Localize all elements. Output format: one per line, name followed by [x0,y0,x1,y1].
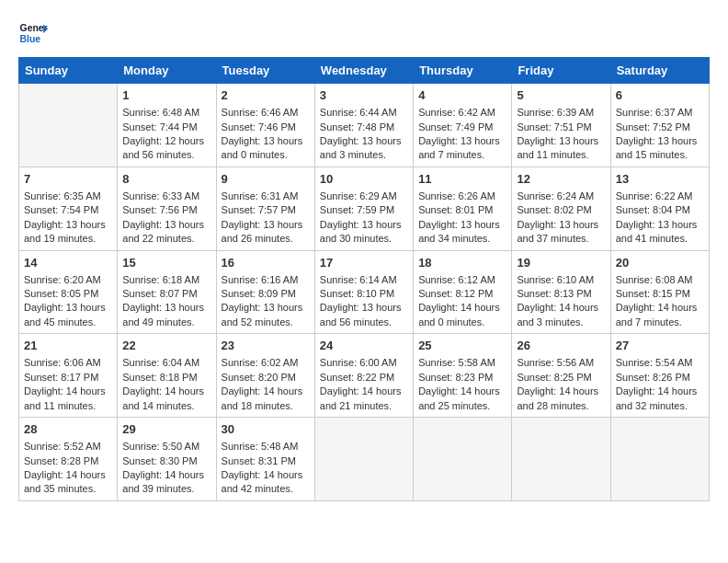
sunset-text: Sunset: 8:01 PM [418,204,493,215]
daylight-text: Daylight: 14 hours and 7 minutes. [616,302,698,327]
day-cell: 10Sunrise: 6:29 AMSunset: 7:59 PMDayligh… [314,167,413,250]
daylight-text: Daylight: 13 hours and 0 minutes. [222,135,303,160]
day-cell: 9Sunrise: 6:31 AMSunset: 7:57 PMDaylight… [216,167,314,250]
day-number: 10 [320,171,408,188]
sunrise-text: Sunrise: 5:54 AM [616,357,693,368]
day-cell: 15Sunrise: 6:18 AMSunset: 8:07 PMDayligh… [118,250,216,334]
header-day-tuesday: Tuesday [216,58,314,84]
week-row-1: 1Sunrise: 6:48 AMSunset: 7:44 PMDaylight… [19,84,710,167]
calendar-header: SundayMondayTuesdayWednesdayThursdayFrid… [19,58,710,84]
sunset-text: Sunset: 7:49 PM [418,121,493,132]
sunrise-text: Sunrise: 6:20 AM [24,274,101,285]
day-cell [610,418,709,501]
daylight-text: Daylight: 14 hours and 42 minutes. [222,469,303,494]
sunrise-text: Sunrise: 6:35 AM [24,190,101,201]
day-number: 23 [222,338,310,354]
day-cell: 17Sunrise: 6:14 AMSunset: 8:10 PMDayligh… [314,250,413,334]
day-cell: 24Sunrise: 6:00 AMSunset: 8:22 PMDayligh… [314,334,413,418]
daylight-text: Daylight: 13 hours and 11 minutes. [517,135,598,160]
daylight-text: Daylight: 14 hours and 14 minutes. [122,385,204,410]
sunset-text: Sunset: 8:18 PM [122,372,197,383]
svg-text:Blue: Blue [20,34,41,44]
daylight-text: Daylight: 12 hours and 56 minutes. [122,135,204,160]
daylight-text: Daylight: 13 hours and 34 minutes. [418,219,500,244]
sunrise-text: Sunrise: 6:29 AM [320,190,397,201]
sunrise-text: Sunrise: 6:42 AM [418,107,495,118]
sunset-text: Sunset: 7:59 PM [320,204,394,215]
day-cell [512,418,610,501]
daylight-text: Daylight: 13 hours and 45 minutes. [24,302,106,327]
sunrise-text: Sunrise: 6:22 AM [616,190,693,201]
week-row-3: 14Sunrise: 6:20 AMSunset: 8:05 PMDayligh… [19,250,710,334]
sunset-text: Sunset: 8:09 PM [222,288,296,299]
daylight-text: Daylight: 14 hours and 18 minutes. [222,385,303,410]
calendar-body: 1Sunrise: 6:48 AMSunset: 7:44 PMDaylight… [19,84,710,501]
day-cell: 20Sunrise: 6:08 AMSunset: 8:15 PMDayligh… [610,250,709,334]
logo: General Blue [18,18,48,48]
day-cell [19,84,118,167]
day-number: 17 [320,255,408,271]
sunset-text: Sunset: 8:22 PM [320,372,394,383]
day-number: 4 [418,87,506,104]
day-number: 28 [24,421,112,438]
sunset-text: Sunset: 8:26 PM [616,372,690,383]
daylight-text: Daylight: 14 hours and 28 minutes. [517,385,598,410]
sunrise-text: Sunrise: 6:08 AM [616,274,693,285]
calendar-table: SundayMondayTuesdayWednesdayThursdayFrid… [18,57,710,501]
day-cell: 1Sunrise: 6:48 AMSunset: 7:44 PMDaylight… [118,84,216,167]
day-cell: 8Sunrise: 6:33 AMSunset: 7:56 PMDaylight… [118,167,216,250]
sunset-text: Sunset: 8:25 PM [517,372,591,383]
sunset-text: Sunset: 8:13 PM [517,288,591,299]
sunrise-text: Sunrise: 6:26 AM [418,190,495,201]
sunset-text: Sunset: 8:07 PM [122,288,197,299]
day-cell: 25Sunrise: 5:58 AMSunset: 8:23 PMDayligh… [414,334,512,418]
sunset-text: Sunset: 8:31 PM [222,455,296,466]
daylight-text: Daylight: 13 hours and 37 minutes. [517,219,598,244]
day-number: 12 [517,171,605,188]
day-number: 2 [222,87,310,104]
sunrise-text: Sunrise: 6:12 AM [418,274,495,285]
week-row-4: 21Sunrise: 6:06 AMSunset: 8:17 PMDayligh… [19,334,710,418]
daylight-text: Daylight: 14 hours and 21 minutes. [320,385,402,410]
day-cell: 22Sunrise: 6:04 AMSunset: 8:18 PMDayligh… [118,334,216,418]
daylight-text: Daylight: 13 hours and 56 minutes. [320,302,402,327]
sunset-text: Sunset: 8:05 PM [24,288,98,299]
sunset-text: Sunset: 8:23 PM [418,372,493,383]
sunrise-text: Sunrise: 6:06 AM [24,357,101,368]
sunset-text: Sunset: 8:28 PM [24,455,98,466]
sunset-text: Sunset: 8:12 PM [418,288,493,299]
header-day-saturday: Saturday [610,58,709,84]
day-cell: 6Sunrise: 6:37 AMSunset: 7:52 PMDaylight… [610,84,709,167]
daylight-text: Daylight: 14 hours and 3 minutes. [517,302,598,327]
sunset-text: Sunset: 7:57 PM [222,204,296,215]
header-day-sunday: Sunday [19,58,118,84]
day-cell: 29Sunrise: 5:50 AMSunset: 8:30 PMDayligh… [118,418,216,501]
sunrise-text: Sunrise: 6:46 AM [222,107,299,118]
day-cell: 21Sunrise: 6:06 AMSunset: 8:17 PMDayligh… [19,334,118,418]
daylight-text: Daylight: 14 hours and 0 minutes. [418,302,500,327]
day-number: 27 [616,338,704,354]
sunrise-text: Sunrise: 5:50 AM [122,441,199,452]
sunset-text: Sunset: 8:30 PM [122,455,197,466]
sunrise-text: Sunrise: 6:44 AM [320,107,397,118]
daylight-text: Daylight: 14 hours and 11 minutes. [24,385,106,410]
daylight-text: Daylight: 14 hours and 35 minutes. [24,469,106,494]
sunrise-text: Sunrise: 6:31 AM [222,190,299,201]
daylight-text: Daylight: 14 hours and 25 minutes. [418,385,500,410]
sunset-text: Sunset: 8:10 PM [320,288,394,299]
sunset-text: Sunset: 7:51 PM [517,121,591,132]
day-cell: 13Sunrise: 6:22 AMSunset: 8:04 PMDayligh… [610,167,709,250]
day-number: 29 [122,421,210,438]
sunset-text: Sunset: 7:46 PM [222,121,296,132]
daylight-text: Daylight: 14 hours and 32 minutes. [616,385,698,410]
day-number: 14 [24,255,112,271]
daylight-text: Daylight: 13 hours and 49 minutes. [122,302,204,327]
day-number: 25 [418,338,506,354]
header-day-wednesday: Wednesday [314,58,413,84]
daylight-text: Daylight: 13 hours and 15 minutes. [616,135,698,160]
header-day-friday: Friday [512,58,610,84]
day-cell: 23Sunrise: 6:02 AMSunset: 8:20 PMDayligh… [216,334,314,418]
day-number: 3 [320,87,408,104]
day-number: 11 [418,171,506,188]
day-cell: 7Sunrise: 6:35 AMSunset: 7:54 PMDaylight… [19,167,118,250]
